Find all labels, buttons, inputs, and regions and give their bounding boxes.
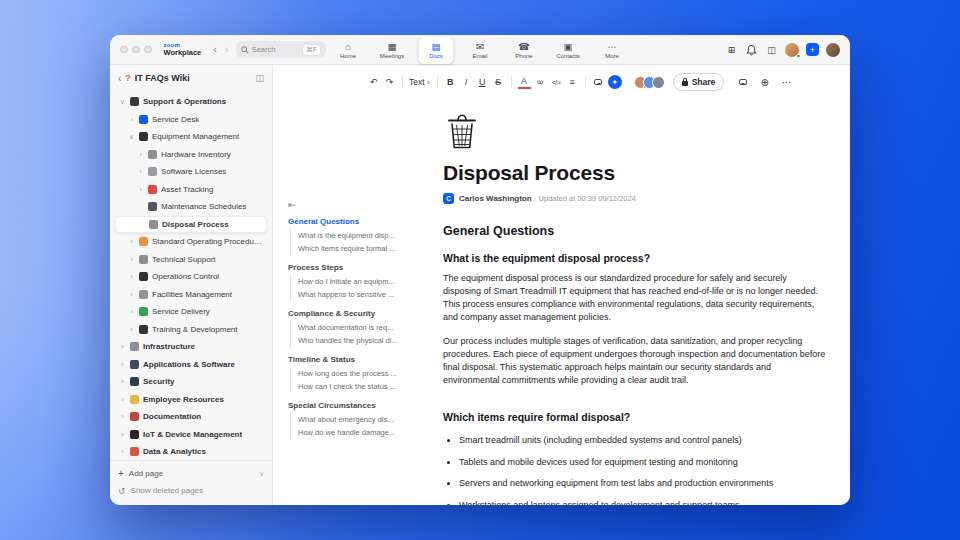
outline-section-title[interactable]: General Questions <box>288 215 410 228</box>
chevron-icon[interactable]: › <box>128 308 135 315</box>
show-deleted-pages-button[interactable]: ↺ Show deleted pages <box>118 482 264 499</box>
sidebar-item-asset-tracking[interactable]: › Asset Tracking <box>115 181 267 199</box>
sidebar-item-technical-support[interactable]: › Technical Support <box>115 251 267 269</box>
chevron-icon[interactable]: › <box>137 151 144 158</box>
bold-button[interactable]: B <box>444 74 457 90</box>
outline-section-title[interactable]: Timeline & Status <box>288 353 410 366</box>
sidebar-item-service-desk[interactable]: › Service Desk <box>115 111 267 129</box>
tab-docs[interactable]: ▤ Docs <box>419 37 454 64</box>
outline-section-title[interactable]: Special Circumstances <box>288 399 410 412</box>
zoom-window-button[interactable] <box>144 46 152 54</box>
sidebar-item-security[interactable]: › Security <box>115 373 267 391</box>
side-panel-icon[interactable]: ◫ <box>765 42 778 58</box>
code-button[interactable]: </> <box>550 74 563 90</box>
outline-item-how-do-we-handle-damage[interactable]: How do we handle damage... <box>298 426 410 439</box>
outline-item-which-items-require-formal[interactable]: Which items require formal ... <box>298 242 410 255</box>
chevron-icon[interactable]: ∨ <box>128 133 135 141</box>
sidebar-item-hardware-inventory[interactable]: › Hardware Inventory <box>115 146 267 164</box>
close-window-button[interactable] <box>120 46 128 54</box>
tab-phone[interactable]: ☎ Phone <box>507 37 542 64</box>
chevron-icon[interactable]: › <box>137 168 144 175</box>
history-forward-button[interactable]: › <box>224 44 230 55</box>
outline-item-what-is-the-equipment-disp[interactable]: What is the equipment disp... <box>298 229 410 242</box>
sidebar-item-software-licenses[interactable]: › Software Licenses <box>115 163 267 181</box>
sidebar-item-applications-software[interactable]: › Applications & Software <box>115 356 267 374</box>
ai-companion-button[interactable]: ✦ <box>608 75 622 89</box>
history-back-button[interactable]: ‹ <box>212 44 218 55</box>
outline-item-what-documentation-is-req[interactable]: What documentation is req... <box>298 321 410 334</box>
sidebar-item-operations-control[interactable]: › Operations Control <box>115 268 267 286</box>
chevron-icon[interactable]: › <box>119 361 126 368</box>
chevron-icon[interactable]: › <box>128 326 135 333</box>
sidebar-item-training-development[interactable]: › Training & Development <box>115 321 267 339</box>
chevron-icon[interactable]: ∨ <box>119 98 126 106</box>
sidebar-item-maintenance-schedules[interactable]: Maintenance Schedules <box>115 198 267 216</box>
outline-item-what-happens-to-sensitive[interactable]: What happens to sensitive ... <box>298 288 410 301</box>
global-search-input[interactable]: Search ⌘F <box>236 41 326 58</box>
list-button[interactable]: ≡ <box>566 74 579 90</box>
tab-contacts[interactable]: ▣ Contacts <box>551 37 586 64</box>
chevron-icon[interactable]: › <box>128 291 135 298</box>
outline-item-how-do-i-initiate-an-equipm[interactable]: How do I initiate an equipm... <box>298 275 410 288</box>
sidebar-item-data-analytics[interactable]: › Data & Analytics <box>115 443 267 460</box>
tab-more[interactable]: ⋯ More <box>595 37 630 64</box>
apps-grid-icon[interactable]: ⊞ <box>725 42 738 58</box>
link-button[interactable]: ∞ <box>534 74 547 90</box>
chevron-icon[interactable]: › <box>119 343 126 350</box>
profile-avatar[interactable] <box>826 43 840 57</box>
notifications-bell-icon[interactable] <box>745 42 758 58</box>
outline-item-who-handles-the-physical-di[interactable]: Who handles the physical di... <box>298 334 410 347</box>
outline-collapse-icon[interactable]: ⇤ <box>288 199 296 210</box>
sidebar-back-icon[interactable]: ‹ <box>118 73 121 84</box>
tab-home[interactable]: ⌂ Home <box>331 37 366 64</box>
collaborator-avatar[interactable] <box>652 76 665 89</box>
sidebar-item-infrastructure[interactable]: › Infrastructure <box>115 338 267 356</box>
language-globe-icon[interactable]: ⊕ <box>758 74 771 90</box>
chevron-icon[interactable]: › <box>119 413 126 420</box>
sidebar-item-employee-resources[interactable]: › Employee Resources <box>115 391 267 409</box>
share-button[interactable]: Share <box>673 73 725 91</box>
outline-section-title[interactable]: Process Steps <box>288 261 410 274</box>
chevron-icon[interactable]: › <box>119 431 126 438</box>
chevron-icon[interactable]: › <box>128 238 135 245</box>
user-avatar[interactable] <box>785 43 799 57</box>
chevron-icon[interactable]: › <box>119 378 126 385</box>
tab-email[interactable]: ✉ Email <box>463 37 498 64</box>
chevron-icon[interactable]: › <box>119 396 126 403</box>
more-options-icon[interactable]: ⋯ <box>780 74 793 90</box>
sidebar-item-disposal-process[interactable]: Disposal Process <box>115 216 267 234</box>
chevron-icon[interactable]: › <box>128 256 135 263</box>
italic-button[interactable]: I <box>460 74 473 90</box>
chevron-icon[interactable]: › <box>128 116 135 123</box>
outline-item-what-about-emergency-dis[interactable]: What about emergency dis... <box>298 413 410 426</box>
comments-panel-icon[interactable] <box>736 74 749 90</box>
sidebar-item-documentation[interactable]: › Documentation <box>115 408 267 426</box>
sidebar-collapse-icon[interactable]: ◫ <box>255 73 264 83</box>
sidebar-item-service-delivery[interactable]: › Service Delivery <box>115 303 267 321</box>
sidebar-item-facilities-management[interactable]: › Facilities Management <box>115 286 267 304</box>
minimize-window-button[interactable] <box>132 46 140 54</box>
strikethrough-button[interactable]: S <box>492 74 505 90</box>
comment-button[interactable] <box>592 74 605 90</box>
outline-section-title[interactable]: Compliance & Security <box>288 307 410 320</box>
undo-button[interactable]: ↶ <box>367 74 380 90</box>
text-style-dropdown[interactable]: Text∨ <box>409 74 431 90</box>
underline-button[interactable]: U <box>476 74 489 90</box>
chevron-icon[interactable]: › <box>119 448 126 455</box>
sidebar-item-equipment-management[interactable]: ∨ Equipment Management <box>115 128 267 146</box>
sidebar-item-support-operations[interactable]: ∨ Support & Operations <box>115 93 267 111</box>
redo-button[interactable]: ↷ <box>383 74 396 90</box>
outline-item-how-long-does-the-process[interactable]: How long does the process ... <box>298 367 410 380</box>
text-color-button[interactable]: A <box>518 76 531 89</box>
sidebar-item-iot-device-management[interactable]: › IoT & Device Management <box>115 426 267 444</box>
collaborator-avatars <box>634 76 665 89</box>
chevron-icon[interactable]: › <box>137 186 144 193</box>
add-button[interactable]: + <box>806 43 819 56</box>
tab-meetings[interactable]: ▦ Meetings <box>375 37 410 64</box>
chevron-icon[interactable]: › <box>128 273 135 280</box>
document-emoji[interactable] <box>445 111 827 155</box>
sidebar-item-standard-operating-procedures[interactable]: › Standard Operating Procedures <box>115 233 267 251</box>
chevron-down-icon[interactable]: ∨ <box>259 470 264 478</box>
add-page-button[interactable]: + Add page ∨ <box>118 465 264 482</box>
outline-item-how-can-i-check-the-status[interactable]: How can I check the status ... <box>298 380 410 393</box>
